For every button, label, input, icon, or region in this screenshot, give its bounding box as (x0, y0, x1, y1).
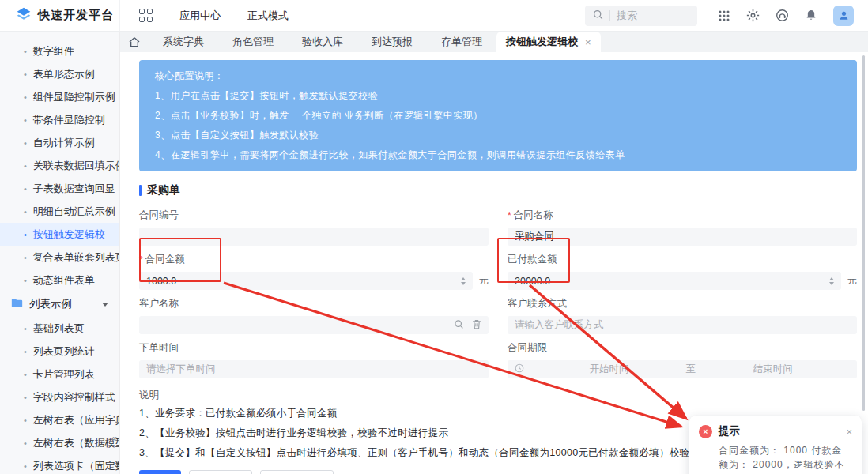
arrow-from-paid-amount (530, 285, 686, 419)
annotation-arrows (0, 0, 868, 474)
page: 快速开发平台 应用中心 正式模式 搜索 (0, 0, 868, 474)
